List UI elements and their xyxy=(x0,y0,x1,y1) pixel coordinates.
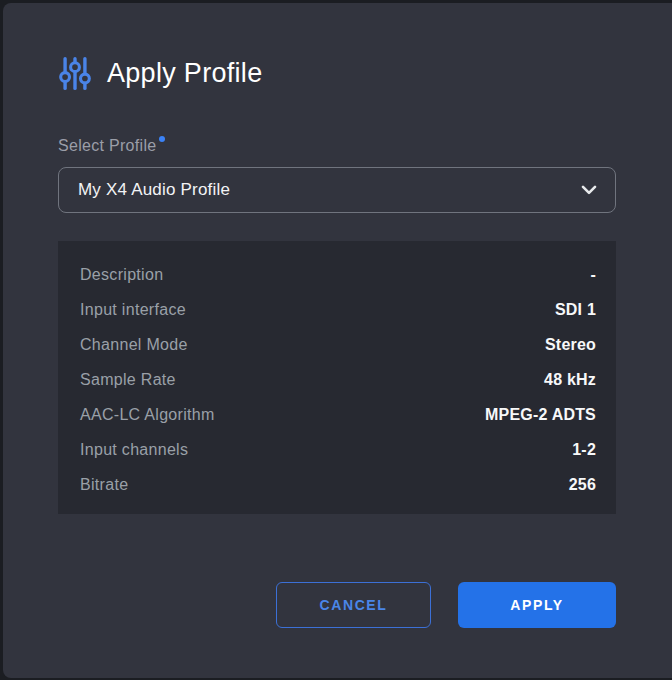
detail-label: Description xyxy=(80,266,163,284)
apply-button[interactable]: APPLY xyxy=(458,582,616,628)
detail-row-bitrate: Bitrate 256 xyxy=(80,467,596,502)
detail-row-aac-lc-algorithm: AAC-LC Algorithm MPEG-2 ADTS xyxy=(80,397,596,432)
detail-label: Input channels xyxy=(80,441,188,459)
detail-row-description: Description - xyxy=(80,257,596,292)
sliders-icon xyxy=(58,55,92,92)
select-profile-label: Select Profile xyxy=(58,136,616,155)
detail-value: MPEG-2 ADTS xyxy=(485,406,596,424)
detail-row-channel-mode: Channel Mode Stereo xyxy=(80,327,596,362)
profile-details-panel: Description - Input interface SDI 1 Chan… xyxy=(58,241,616,514)
detail-value: Stereo xyxy=(545,336,596,354)
detail-label: Bitrate xyxy=(80,476,128,494)
dialog-actions: CANCEL APPLY xyxy=(58,582,616,628)
required-indicator xyxy=(159,136,165,142)
detail-row-input-interface: Input interface SDI 1 xyxy=(80,292,596,327)
detail-value: - xyxy=(590,266,596,284)
profile-select-value: My X4 Audio Profile xyxy=(78,180,230,200)
dialog-title: Apply Profile xyxy=(107,58,262,89)
dialog-header: Apply Profile xyxy=(58,55,616,92)
cancel-button[interactable]: CANCEL xyxy=(276,582,431,628)
detail-label: Sample Rate xyxy=(80,371,176,389)
detail-value: 48 kHz xyxy=(544,371,596,389)
detail-label: AAC-LC Algorithm xyxy=(80,406,215,424)
profile-select[interactable]: My X4 Audio Profile xyxy=(58,167,616,213)
detail-value: SDI 1 xyxy=(555,301,596,319)
detail-value: 1-2 xyxy=(572,441,596,459)
chevron-down-icon xyxy=(581,185,597,195)
detail-row-sample-rate: Sample Rate 48 kHz xyxy=(80,362,596,397)
detail-row-input-channels: Input channels 1-2 xyxy=(80,432,596,467)
apply-profile-dialog: Apply Profile Select Profile My X4 Audio… xyxy=(3,3,672,678)
detail-label: Input interface xyxy=(80,301,186,319)
detail-label: Channel Mode xyxy=(80,336,188,354)
detail-value: 256 xyxy=(569,476,596,494)
